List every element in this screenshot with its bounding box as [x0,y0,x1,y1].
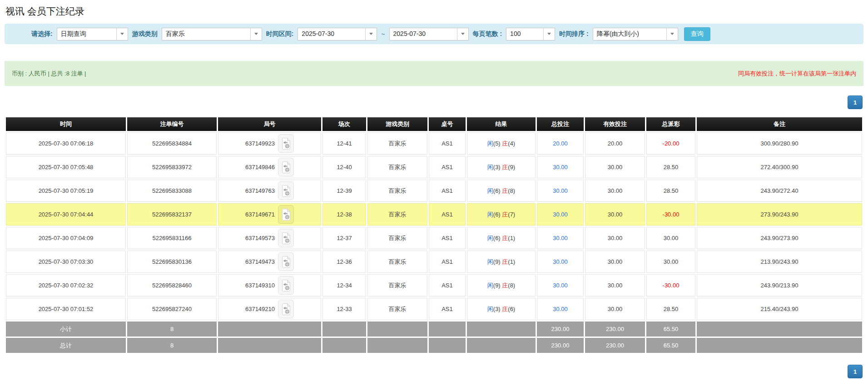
chevron-down-icon[interactable] [250,28,262,40]
result-cell: 闲(3) 庄(6) [467,298,536,320]
query-type-value[interactable]: 日期查询 [57,28,116,40]
valid-bet-cell: 30.00 [585,156,645,178]
valid-bet-cell: 30.00 [585,227,645,249]
page-size-label: 每页笔数 : [473,30,502,38]
session-cell: 12-37 [322,227,366,249]
video-button[interactable] [278,158,294,176]
total-bet-link[interactable]: 30.00 [537,156,584,178]
remark-cell: 243.90/213.90 [697,274,862,297]
payout-cell: -20.00 [646,132,695,155]
total-bet-link[interactable]: 30.00 [537,274,584,297]
page-size-value[interactable]: 100 [506,28,543,40]
bet-id-cell: 522695831166 [127,227,217,249]
bet-id-cell: 522695833088 [127,180,217,202]
result-cell: 闲(6) 庄(7) [467,203,536,226]
round-cell: 637149763 [218,180,321,202]
bet-records-table: 时间注单编号局号场次游戏类别桌号结果总投注有效投注总派彩备注 2025-07-3… [5,116,863,354]
time-cell: 2025-07-30 07:04:44 [6,203,126,226]
date-from-select[interactable]: 2025-07-30 [298,28,377,40]
query-type-label: 请选择: [31,30,53,38]
total-bet-link[interactable]: 30.00 [537,203,584,226]
chevron-down-icon[interactable] [457,28,468,40]
bet-id-cell: 522695830136 [127,251,217,273]
result-player-label: 闲 [487,164,493,171]
date-to-value[interactable]: 2025-07-30 [390,28,457,40]
chevron-down-icon[interactable] [365,28,377,40]
video-file-icon [282,138,291,150]
bet-id-cell: 522695833972 [127,156,217,178]
result-banker-label: 庄 [502,211,508,218]
column-header: 桌号 [429,117,466,131]
footer-valid-bet-cell: 230.00 [585,322,645,337]
column-header: 时间 [6,117,126,131]
total-bet-link[interactable]: 30.00 [537,298,584,320]
payout-cell: 28.50 [646,180,695,202]
footer-total-bet-cell: 230.00 [537,338,584,353]
page-1-button[interactable]: 1 [848,96,863,109]
video-button[interactable] [278,276,294,295]
valid-bet-cell: 20.00 [585,132,645,155]
time-cell: 2025-07-30 07:05:48 [6,156,126,178]
chevron-down-icon[interactable] [116,28,128,40]
result-banker-label: 庄 [502,235,508,241]
table-row: 2025-07-30 07:05:48522695833972637149846… [6,156,862,178]
video-button[interactable] [278,229,294,247]
valid-bet-cell: 30.00 [585,298,645,320]
total-bet-link[interactable]: 30.00 [537,227,584,249]
search-button[interactable]: 查询 [684,27,710,41]
result-player-score: (5) [493,140,501,147]
video-button[interactable] [278,205,294,224]
table-no-cell: AS1 [429,298,466,320]
video-button[interactable] [278,181,294,200]
table-no-cell: AS1 [429,180,466,202]
result-banker-label: 庄 [502,187,508,194]
footer-total-bet-cell: 230.00 [537,322,584,337]
remark-cell: 273.90/243.90 [697,203,862,226]
chevron-down-icon[interactable] [543,28,555,40]
game-type-value[interactable]: 百家乐 [162,28,250,40]
sort-order-select[interactable]: 降幂(由大到小) [593,28,678,40]
bet-id-cell: 522695834884 [127,132,217,155]
table-no-cell: AS1 [429,274,466,297]
currency-summary-text: 币别 : 人民币 | 总共 :8 注单 | [12,70,86,78]
result-player-label: 闲 [487,306,493,312]
game-type-select[interactable]: 百家乐 [162,28,262,40]
total-bet-link[interactable]: 30.00 [537,180,584,202]
date-to-select[interactable]: 2025-07-30 [389,28,469,40]
video-file-icon [282,280,291,292]
footer-label-cell: 小计 [6,322,126,337]
page-1-button[interactable]: 1 [848,365,863,378]
round-id-wrap: 637149310 [245,276,294,295]
result-banker-score: (1) [508,235,515,241]
footer-count-cell: 8 [127,338,217,353]
round-cell: 637149310 [218,274,321,297]
round-id: 637149923 [245,140,275,147]
page-size-select[interactable]: 100 [506,28,555,40]
video-button[interactable] [278,252,294,271]
chevron-down-icon[interactable] [666,28,678,40]
result-cell: 闲(6) 庄(8) [467,180,536,202]
table-no-cell: AS1 [429,132,466,155]
result-banker-score: (9) [508,164,515,171]
round-cell: 637149671 [218,203,321,226]
video-button[interactable] [278,134,294,153]
filter-bar: 请选择: 日期查询 游戏类别 百家乐 时间区间: 2025-07-30 ~ 20… [5,24,863,44]
date-from-value[interactable]: 2025-07-30 [298,28,365,40]
game-type-cell: 百家乐 [367,227,427,249]
query-type-select[interactable]: 日期查询 [57,28,128,40]
total-bet-link[interactable]: 30.00 [537,251,584,273]
game-type-cell: 百家乐 [367,203,427,226]
session-cell: 12-41 [322,132,366,155]
game-type-cell: 百家乐 [367,156,427,178]
sort-order-value[interactable]: 降幂(由大到小) [593,28,666,40]
video-file-icon [282,185,291,197]
video-file-icon [282,209,291,221]
column-header: 结果 [467,117,536,131]
total-bet-link[interactable]: 20.00 [537,132,584,155]
video-button[interactable] [278,300,294,318]
result-cell: 闲(9) 庄(8) [467,274,536,297]
remark-cell: 272.40/300.90 [697,156,862,178]
table-no-cell: AS1 [429,156,466,178]
remark-cell: 213.90/243.90 [697,251,862,273]
round-id: 637149310 [245,282,275,289]
